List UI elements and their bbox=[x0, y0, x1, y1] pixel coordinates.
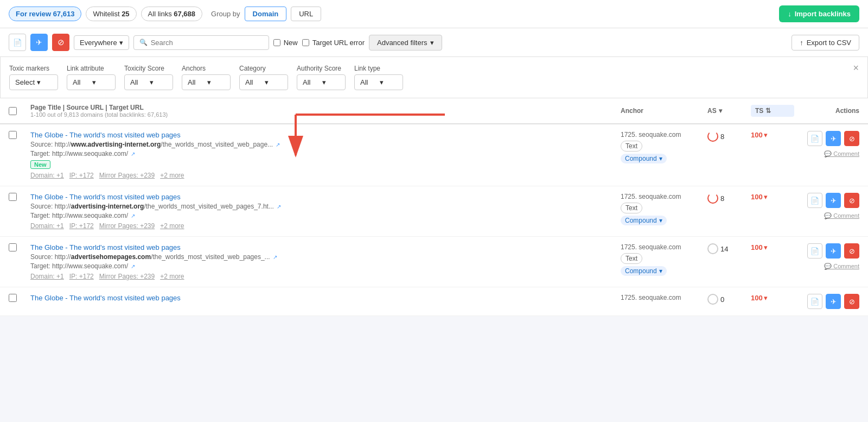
row4-as-cell: 0 bbox=[707, 294, 751, 305]
toxicity-score-value: All bbox=[130, 78, 148, 86]
row1-as-value: 8 bbox=[720, 133, 724, 141]
row3-source-external-icon[interactable]: ↗ bbox=[273, 254, 277, 260]
authority-score-group: Authority Score All ▾ bbox=[297, 65, 346, 90]
row1-ip[interactable]: IP: +172 bbox=[69, 172, 94, 179]
row3-select-checkbox[interactable] bbox=[9, 243, 17, 251]
row3-page-title[interactable]: The Globe - The world's most visited web… bbox=[30, 243, 621, 251]
row3-domain[interactable]: Domain: +1 bbox=[30, 273, 64, 280]
row3-anchor-cell: 1725. seoquake.com Text Compound ▾ bbox=[621, 243, 707, 276]
chevron-icon: ▾ bbox=[659, 267, 662, 275]
search-box: 🔍 bbox=[133, 35, 269, 50]
row1-select-checkbox[interactable] bbox=[9, 131, 17, 139]
tab-for-review[interactable]: Page Title | Source URL | Target URL For… bbox=[9, 7, 81, 21]
row2-mirror[interactable]: Mirror Pages: +239 bbox=[99, 222, 155, 230]
row1-compound-badge[interactable]: Compound ▾ bbox=[621, 154, 667, 163]
authority-score-select[interactable]: All ▾ bbox=[297, 74, 346, 90]
row2-telegram-action-btn[interactable]: ✈ bbox=[826, 193, 841, 208]
row2-compound-badge[interactable]: Compound ▾ bbox=[621, 216, 667, 225]
group-by-domain[interactable]: Domain bbox=[245, 7, 287, 21]
page-icon-btn[interactable]: 📄 bbox=[9, 34, 26, 51]
row2-select-checkbox[interactable] bbox=[9, 193, 17, 201]
row1-domain[interactable]: Domain: +1 bbox=[30, 172, 64, 179]
row4-ts-chevron[interactable]: ▾ bbox=[764, 294, 768, 302]
row1-anchor-cell: 1725. seoquake.com Text Compound ▾ bbox=[621, 131, 707, 163]
row1-page-title[interactable]: The Globe - The world's most visited web… bbox=[30, 131, 621, 139]
row3-ts-chevron[interactable]: ▾ bbox=[764, 243, 768, 251]
anchors-value: All bbox=[188, 78, 205, 86]
category-select[interactable]: All ▾ bbox=[239, 74, 288, 90]
row3-ip[interactable]: IP: +172 bbox=[69, 273, 94, 280]
row3-target-external-icon[interactable]: ↗ bbox=[131, 263, 135, 269]
tab-all-links[interactable]: All links 67,688 bbox=[141, 7, 202, 21]
location-label: Everywhere bbox=[80, 39, 117, 47]
ban-icon-btn[interactable]: ⊘ bbox=[52, 34, 69, 51]
export-csv-button[interactable]: ↑ Export to CSV bbox=[792, 35, 859, 51]
target-url-error-checkbox[interactable] bbox=[302, 39, 309, 46]
row2-domain[interactable]: Domain: +1 bbox=[30, 222, 64, 230]
row2-comment-link[interactable]: 💬 Comment bbox=[824, 212, 859, 219]
row2-target-external-icon[interactable]: ↗ bbox=[131, 213, 135, 219]
row1-target-external-icon[interactable]: ↗ bbox=[131, 151, 135, 157]
row1-telegram-action-btn[interactable]: ✈ bbox=[826, 131, 841, 146]
row1-comment-link[interactable]: 💬 Comment bbox=[824, 150, 859, 157]
location-dropdown[interactable]: Everywhere ▾ bbox=[74, 35, 129, 50]
telegram-icon-btn[interactable]: ✈ bbox=[30, 34, 48, 51]
ban-icon: ⊘ bbox=[849, 197, 855, 205]
row2-more[interactable]: +2 more bbox=[160, 222, 184, 230]
row2-anchor-cell: 1725. seoquake.com Text Compound ▾ bbox=[621, 193, 707, 225]
anchors-select[interactable]: All ▾ bbox=[182, 74, 231, 90]
toxicity-score-select[interactable]: All ▾ bbox=[124, 74, 173, 90]
link-attribute-select[interactable]: All ▾ bbox=[67, 74, 116, 90]
ban-icon: ⊘ bbox=[849, 135, 855, 143]
target-url-error-label: Target URL error bbox=[312, 39, 365, 47]
header-ts-col[interactable]: TS ⇅ bbox=[751, 105, 794, 117]
target-url-error-checkbox-group[interactable]: Target URL error bbox=[302, 39, 365, 47]
row3-comment-link[interactable]: 💬 Comment bbox=[824, 263, 859, 269]
row3-compound-badge[interactable]: Compound ▾ bbox=[621, 266, 667, 276]
row3-telegram-action-btn[interactable]: ✈ bbox=[826, 243, 841, 259]
row4-telegram-action-btn[interactable]: ✈ bbox=[826, 294, 841, 309]
row1-more[interactable]: +2 more bbox=[160, 172, 184, 179]
row1-mirror[interactable]: Mirror Pages: +239 bbox=[99, 172, 155, 179]
new-checkbox[interactable] bbox=[273, 39, 280, 46]
advanced-filters-panel: Toxic markers Select ▾ Link attribute Al… bbox=[0, 57, 868, 98]
row1-ts-chevron[interactable]: ▾ bbox=[764, 131, 768, 139]
toxic-markers-select[interactable]: Select ▾ bbox=[9, 74, 58, 90]
tab-whitelist[interactable]: Whitelist 25 bbox=[86, 7, 136, 21]
row2-as-circle bbox=[707, 193, 718, 204]
row4-ban-action-btn[interactable]: ⊘ bbox=[844, 294, 859, 309]
row2-source-external-icon[interactable]: ↗ bbox=[277, 204, 281, 210]
row4-page-action-btn[interactable]: 📄 bbox=[807, 294, 822, 309]
row2-ts-chevron[interactable]: ▾ bbox=[764, 193, 768, 201]
row2-page-action-btn[interactable]: 📄 bbox=[807, 193, 822, 208]
row2-ip[interactable]: IP: +172 bbox=[69, 222, 94, 230]
new-checkbox-group[interactable]: New bbox=[273, 39, 298, 47]
category-group: Category All ▾ bbox=[239, 65, 288, 90]
table-header: Page Title | Source URL | Target URL 1-1… bbox=[0, 98, 868, 124]
row2-as-cell: 8 bbox=[707, 193, 751, 204]
row2-page-title[interactable]: The Globe - The world's most visited web… bbox=[30, 193, 621, 201]
advanced-filters-button[interactable]: Advanced filters ▾ bbox=[369, 35, 443, 51]
row3-more[interactable]: +2 more bbox=[160, 273, 184, 280]
row1-ban-action-btn[interactable]: ⊘ bbox=[844, 131, 859, 146]
search-input[interactable] bbox=[151, 39, 263, 47]
import-backlinks-button[interactable]: ↓ Import backlinks bbox=[779, 5, 859, 22]
sort-as-icon: ▾ bbox=[719, 107, 722, 115]
row3-page-action-btn[interactable]: 📄 bbox=[807, 243, 822, 259]
row3-as-cell: 14 bbox=[707, 243, 751, 254]
row4-page-title[interactable]: The Globe - The world's most visited web… bbox=[30, 294, 621, 302]
link-type-select[interactable]: All ▾ bbox=[354, 74, 403, 90]
row2-text-badge: Text bbox=[621, 203, 642, 213]
chevron-down-icon: ▾ bbox=[207, 78, 225, 86]
row4-select-checkbox[interactable] bbox=[9, 294, 17, 302]
row4-as-circle bbox=[707, 294, 718, 305]
row3-mirror[interactable]: Mirror Pages: +239 bbox=[99, 273, 155, 280]
row1-page-action-btn[interactable]: 📄 bbox=[807, 131, 822, 146]
header-as-col[interactable]: AS ▾ bbox=[707, 107, 751, 115]
row1-source-external-icon[interactable]: ↗ bbox=[276, 142, 280, 148]
group-by-url[interactable]: URL bbox=[291, 7, 321, 21]
row2-ban-action-btn[interactable]: ⊘ bbox=[844, 193, 859, 208]
close-advanced-filters-button[interactable]: × bbox=[853, 62, 859, 74]
row3-ban-action-btn[interactable]: ⊘ bbox=[844, 243, 859, 259]
select-all-checkbox[interactable] bbox=[9, 107, 17, 115]
